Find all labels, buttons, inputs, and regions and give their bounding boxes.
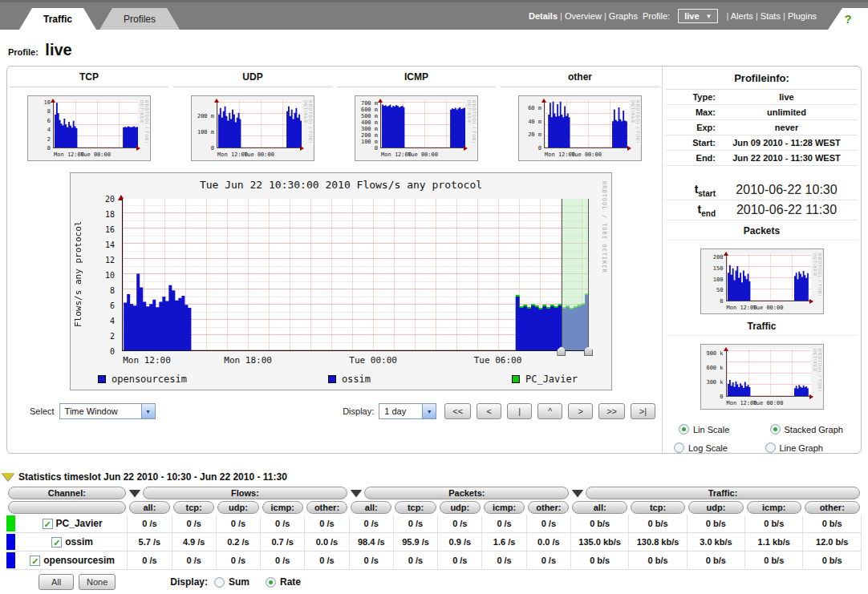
- time-nav-button-3[interactable]: ^: [537, 403, 562, 419]
- icmp-mini-chart[interactable]: 700 m600 m500 m400 m300 m200 m100 m0Mon …: [355, 95, 478, 161]
- option-rate[interactable]: Rate: [261, 576, 301, 588]
- time-nav-button-2[interactable]: |: [507, 403, 532, 419]
- option-stacked-graph[interactable]: Stacked Graph: [765, 424, 857, 434]
- time-nav-button-4[interactable]: >: [568, 403, 593, 419]
- sort-arrow-icon[interactable]: [572, 490, 583, 497]
- profileinfo-label: Exp:: [666, 123, 716, 132]
- statistics-footer: AllNone Display: SumRate: [6, 570, 862, 594]
- time-window-selection[interactable]: [562, 199, 589, 350]
- nav-link-overview[interactable]: Overview: [565, 11, 602, 21]
- channel-checkbox[interactable]: ✓: [51, 537, 62, 548]
- subcolumn-all[interactable]: all:: [351, 501, 391, 514]
- option-log-scale[interactable]: Log Scale: [674, 442, 765, 453]
- subcolumn-tcp[interactable]: tcp:: [173, 501, 214, 514]
- channel-checkbox[interactable]: ✓: [30, 556, 40, 566]
- subcolumn-all[interactable]: all:: [572, 501, 627, 514]
- channel-checkbox[interactable]: ✓: [43, 519, 53, 529]
- udp-mini-chart[interactable]: 200 m100 m0Mon 12:00Tue 00:00RRDTOOL / T…: [191, 95, 314, 161]
- nav-link-stats[interactable]: Stats: [761, 11, 781, 21]
- profile-dropdown[interactable]: live ▼: [678, 9, 718, 23]
- radio-unselected[interactable]: [674, 442, 684, 453]
- radio-unselected[interactable]: [214, 577, 225, 588]
- radio-unselected[interactable]: [765, 442, 776, 453]
- y-tick: 0: [110, 347, 115, 356]
- stat-value: 1.6 /s: [482, 533, 526, 552]
- column-group-traffic[interactable]: Traffic:: [586, 487, 859, 499]
- chevron-down-icon: ▼: [706, 13, 712, 20]
- subcolumn-all[interactable]: all:: [129, 501, 170, 514]
- stat-value: 0 /s: [482, 515, 526, 533]
- main-chart-plot[interactable]: [122, 199, 589, 351]
- traffic-mini-chart[interactable]: 900 k600 k300 k0Mon 12:00Tue 00:00RRDTOO…: [700, 344, 824, 410]
- radio-selected[interactable]: [266, 577, 276, 588]
- all-button[interactable]: All: [39, 574, 74, 590]
- stat-value: 0.7 /s: [261, 533, 305, 552]
- sort-arrow-icon[interactable]: [129, 490, 140, 497]
- sort-arrow-icon[interactable]: [351, 490, 362, 497]
- subcolumn-icmp[interactable]: icmp:: [747, 501, 801, 514]
- column-group-flows[interactable]: Flows:: [143, 487, 347, 499]
- nav-link-details[interactable]: Details: [529, 11, 558, 21]
- nav-link-plugins[interactable]: Plugins: [788, 11, 817, 21]
- y-axis-arrow-icon: [724, 345, 728, 351]
- help-button[interactable]: ?: [828, 8, 868, 30]
- other-chart-title: other: [501, 67, 659, 87]
- other-mini-chart[interactable]: 60 m40 m20 m0Mon 12:00Tue 00:00RRDTOOL /…: [518, 95, 642, 161]
- stat-value: 0 /s: [349, 552, 393, 570]
- y-tick: 0: [720, 394, 723, 400]
- tab-traffic[interactable]: Traffic: [19, 8, 96, 30]
- tab-profiles[interactable]: Profiles: [99, 8, 180, 30]
- time-nav-button-6[interactable]: >|: [631, 403, 655, 419]
- option-lin-scale[interactable]: Lin Scale: [674, 424, 765, 434]
- profileinfo-row: Exp:never: [666, 120, 858, 135]
- time-nav-button-5[interactable]: >>: [598, 403, 625, 419]
- y-tick: 0: [375, 145, 378, 152]
- subcolumn-other[interactable]: other:: [528, 501, 569, 514]
- radio-selected[interactable]: [770, 424, 781, 434]
- stat-value: 0.0 /s: [526, 533, 570, 552]
- time-nav-button-0[interactable]: <<: [444, 403, 471, 419]
- nav-link-alerts[interactable]: Alerts: [731, 11, 753, 21]
- nav-link-graphs[interactable]: Graphs: [609, 11, 638, 21]
- tcp-mini-chart[interactable]: 1086420Mon 12:00Tue 00:00RRDTOOL / TOBI …: [27, 95, 151, 161]
- y-tick: 4: [47, 127, 51, 133]
- display-range-select[interactable]: 1 day ▼: [379, 403, 436, 419]
- legend-swatch: [328, 375, 336, 383]
- stat-value: 0 /s: [393, 552, 437, 570]
- time-nav-button-1[interactable]: <: [477, 403, 501, 419]
- icmp-chart-title: ICMP: [337, 67, 496, 87]
- subcolumn-icmp[interactable]: icmp:: [262, 501, 303, 514]
- profile-heading-value: live: [45, 41, 71, 59]
- y-tick: 100 m: [197, 129, 214, 135]
- subcolumn-other[interactable]: other:: [306, 501, 347, 514]
- subcolumn-other[interactable]: other:: [805, 501, 860, 514]
- option-line-graph[interactable]: Line Graph: [765, 442, 857, 453]
- stat-value: 0 /s: [305, 552, 349, 570]
- y-tick: 8: [47, 108, 51, 115]
- subcolumn-udp[interactable]: udp:: [217, 501, 258, 514]
- channel-color-swatch: [6, 515, 15, 531]
- stat-value: 0.0 /s: [305, 533, 349, 552]
- subcolumn-udp[interactable]: udp:: [688, 501, 743, 514]
- subcolumn-icmp[interactable]: icmp:: [484, 501, 525, 514]
- graph-controls: Select Time Window ▼ Display: 1 day ▼ <<…: [7, 390, 662, 424]
- option-sum[interactable]: Sum: [214, 576, 249, 588]
- subcolumn-udp[interactable]: udp:: [440, 501, 481, 514]
- stat-value: 0 /s: [128, 515, 172, 533]
- subcolumn-tcp[interactable]: tcp:: [395, 501, 436, 514]
- select-arrow-icon: ▼: [422, 404, 436, 418]
- time-window-select[interactable]: Time Window ▼: [59, 403, 156, 419]
- y-axis-arrow-icon: [541, 96, 546, 103]
- collapse-arrow-icon[interactable]: [2, 473, 14, 481]
- x-tick: Tue 00:00: [244, 152, 274, 158]
- subcolumn-tcp[interactable]: tcp:: [631, 501, 685, 514]
- stat-value: 0 /s: [216, 552, 260, 570]
- rrdtool-watermark: RRDTOOL / TOBI OETIKER: [140, 100, 149, 149]
- tend-value: 2010-06-22 11:30: [716, 203, 858, 217]
- none-button[interactable]: None: [79, 574, 116, 590]
- packets-mini-chart[interactable]: 200150100500Mon 12:00Tue 00:00RRDTOOL / …: [700, 249, 824, 314]
- column-group-packets[interactable]: Packets:: [364, 487, 569, 499]
- column-header-channel[interactable]: Channel:: [8, 487, 126, 499]
- y-tick: 10: [44, 99, 51, 106]
- radio-selected[interactable]: [679, 424, 689, 434]
